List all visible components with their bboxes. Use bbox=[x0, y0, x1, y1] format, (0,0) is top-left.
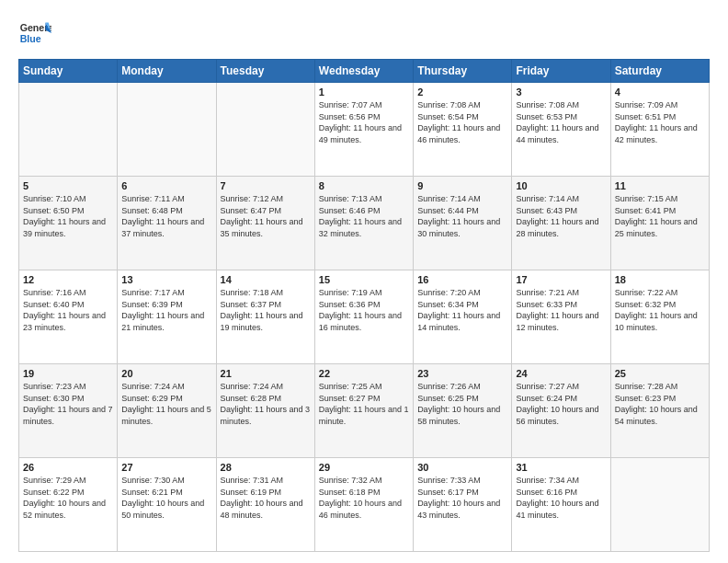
calendar-week-5: 26Sunrise: 7:29 AM Sunset: 6:22 PM Dayli… bbox=[19, 458, 710, 552]
calendar-cell: 30Sunrise: 7:33 AM Sunset: 6:17 PM Dayli… bbox=[414, 458, 512, 552]
calendar-cell bbox=[610, 458, 709, 552]
day-info: Sunrise: 7:13 AM Sunset: 6:46 PM Dayligh… bbox=[319, 193, 409, 239]
header: General Blue bbox=[18, 17, 710, 50]
logo: General Blue bbox=[18, 17, 51, 50]
day-info: Sunrise: 7:34 AM Sunset: 6:16 PM Dayligh… bbox=[516, 475, 606, 521]
calendar-cell: 15Sunrise: 7:19 AM Sunset: 6:36 PM Dayli… bbox=[314, 270, 413, 364]
calendar-cell: 9Sunrise: 7:14 AM Sunset: 6:44 PM Daylig… bbox=[414, 177, 512, 270]
day-number: 20 bbox=[121, 368, 211, 379]
day-info: Sunrise: 7:17 AM Sunset: 6:39 PM Dayligh… bbox=[121, 287, 211, 333]
weekday-header-friday: Friday bbox=[512, 60, 610, 83]
calendar-week-1: 1Sunrise: 7:07 AM Sunset: 6:56 PM Daylig… bbox=[19, 83, 710, 177]
day-number: 23 bbox=[417, 368, 507, 379]
day-number: 4 bbox=[615, 86, 705, 98]
day-info: Sunrise: 7:20 AM Sunset: 6:34 PM Dayligh… bbox=[417, 287, 507, 333]
day-number: 27 bbox=[121, 462, 211, 473]
day-number: 14 bbox=[221, 274, 311, 285]
day-number: 3 bbox=[516, 86, 606, 98]
svg-text:Blue: Blue bbox=[20, 33, 41, 44]
day-number: 18 bbox=[615, 274, 705, 285]
day-number: 5 bbox=[23, 180, 113, 191]
calendar-cell: 23Sunrise: 7:26 AM Sunset: 6:25 PM Dayli… bbox=[414, 364, 512, 458]
day-info: Sunrise: 7:08 AM Sunset: 6:54 PM Dayligh… bbox=[417, 99, 507, 145]
day-number: 24 bbox=[516, 368, 606, 379]
day-info: Sunrise: 7:10 AM Sunset: 6:50 PM Dayligh… bbox=[23, 193, 113, 239]
day-info: Sunrise: 7:25 AM Sunset: 6:27 PM Dayligh… bbox=[319, 381, 409, 427]
weekday-header-sunday: Sunday bbox=[19, 60, 118, 83]
day-number: 8 bbox=[319, 180, 409, 191]
calendar-cell: 26Sunrise: 7:29 AM Sunset: 6:22 PM Dayli… bbox=[19, 458, 118, 552]
calendar-cell: 7Sunrise: 7:12 AM Sunset: 6:47 PM Daylig… bbox=[216, 177, 314, 270]
day-info: Sunrise: 7:32 AM Sunset: 6:18 PM Dayligh… bbox=[319, 475, 409, 521]
day-info: Sunrise: 7:21 AM Sunset: 6:33 PM Dayligh… bbox=[516, 287, 606, 333]
calendar-cell: 1Sunrise: 7:07 AM Sunset: 6:56 PM Daylig… bbox=[314, 83, 413, 177]
day-info: Sunrise: 7:18 AM Sunset: 6:37 PM Dayligh… bbox=[221, 287, 311, 333]
calendar-cell: 11Sunrise: 7:15 AM Sunset: 6:41 PM Dayli… bbox=[610, 177, 709, 270]
day-info: Sunrise: 7:26 AM Sunset: 6:25 PM Dayligh… bbox=[417, 381, 507, 427]
calendar-cell: 19Sunrise: 7:23 AM Sunset: 6:30 PM Dayli… bbox=[19, 364, 118, 458]
day-info: Sunrise: 7:33 AM Sunset: 6:17 PM Dayligh… bbox=[417, 475, 507, 521]
day-info: Sunrise: 7:27 AM Sunset: 6:24 PM Dayligh… bbox=[516, 381, 606, 427]
day-number: 16 bbox=[417, 274, 507, 285]
calendar-cell: 17Sunrise: 7:21 AM Sunset: 6:33 PM Dayli… bbox=[512, 270, 610, 364]
day-number: 15 bbox=[319, 274, 409, 285]
day-number: 12 bbox=[23, 274, 113, 285]
day-number: 11 bbox=[615, 180, 705, 191]
calendar-cell: 27Sunrise: 7:30 AM Sunset: 6:21 PM Dayli… bbox=[118, 458, 216, 552]
day-number: 28 bbox=[221, 462, 311, 473]
day-info: Sunrise: 7:28 AM Sunset: 6:23 PM Dayligh… bbox=[615, 381, 705, 427]
calendar-cell: 4Sunrise: 7:09 AM Sunset: 6:51 PM Daylig… bbox=[610, 83, 709, 177]
calendar-cell: 16Sunrise: 7:20 AM Sunset: 6:34 PM Dayli… bbox=[414, 270, 512, 364]
logo-icon: General Blue bbox=[18, 17, 51, 50]
day-info: Sunrise: 7:14 AM Sunset: 6:43 PM Dayligh… bbox=[516, 193, 606, 239]
day-number: 26 bbox=[23, 462, 113, 473]
day-number: 10 bbox=[516, 180, 606, 191]
day-info: Sunrise: 7:24 AM Sunset: 6:29 PM Dayligh… bbox=[121, 381, 211, 427]
calendar-week-2: 5Sunrise: 7:10 AM Sunset: 6:50 PM Daylig… bbox=[19, 177, 710, 270]
calendar-cell: 25Sunrise: 7:28 AM Sunset: 6:23 PM Dayli… bbox=[610, 364, 709, 458]
calendar-cell: 8Sunrise: 7:13 AM Sunset: 6:46 PM Daylig… bbox=[314, 177, 413, 270]
calendar-cell: 14Sunrise: 7:18 AM Sunset: 6:37 PM Dayli… bbox=[216, 270, 314, 364]
calendar-cell: 24Sunrise: 7:27 AM Sunset: 6:24 PM Dayli… bbox=[512, 364, 610, 458]
day-info: Sunrise: 7:08 AM Sunset: 6:53 PM Dayligh… bbox=[516, 99, 606, 145]
day-number: 25 bbox=[615, 368, 705, 379]
calendar-cell: 3Sunrise: 7:08 AM Sunset: 6:53 PM Daylig… bbox=[512, 83, 610, 177]
day-number: 30 bbox=[417, 462, 507, 473]
calendar-cell: 10Sunrise: 7:14 AM Sunset: 6:43 PM Dayli… bbox=[512, 177, 610, 270]
calendar-cell: 29Sunrise: 7:32 AM Sunset: 6:18 PM Dayli… bbox=[314, 458, 413, 552]
weekday-header-wednesday: Wednesday bbox=[314, 60, 413, 83]
calendar-cell: 2Sunrise: 7:08 AM Sunset: 6:54 PM Daylig… bbox=[414, 83, 512, 177]
page: General Blue SundayMondayTuesdayWednesda… bbox=[0, 0, 728, 563]
calendar-cell: 20Sunrise: 7:24 AM Sunset: 6:29 PM Dayli… bbox=[118, 364, 216, 458]
day-number: 19 bbox=[23, 368, 113, 379]
day-info: Sunrise: 7:19 AM Sunset: 6:36 PM Dayligh… bbox=[319, 287, 409, 333]
calendar-cell bbox=[19, 83, 118, 177]
calendar-cell bbox=[216, 83, 314, 177]
day-info: Sunrise: 7:11 AM Sunset: 6:48 PM Dayligh… bbox=[121, 193, 211, 239]
day-info: Sunrise: 7:16 AM Sunset: 6:40 PM Dayligh… bbox=[23, 287, 113, 333]
day-info: Sunrise: 7:31 AM Sunset: 6:19 PM Dayligh… bbox=[221, 475, 311, 521]
day-info: Sunrise: 7:07 AM Sunset: 6:56 PM Dayligh… bbox=[319, 99, 409, 145]
day-number: 17 bbox=[516, 274, 606, 285]
calendar-cell: 18Sunrise: 7:22 AM Sunset: 6:32 PM Dayli… bbox=[610, 270, 709, 364]
weekday-header-tuesday: Tuesday bbox=[216, 60, 314, 83]
day-info: Sunrise: 7:12 AM Sunset: 6:47 PM Dayligh… bbox=[221, 193, 311, 239]
calendar-cell bbox=[118, 83, 216, 177]
calendar-cell: 13Sunrise: 7:17 AM Sunset: 6:39 PM Dayli… bbox=[118, 270, 216, 364]
calendar-week-4: 19Sunrise: 7:23 AM Sunset: 6:30 PM Dayli… bbox=[19, 364, 710, 458]
calendar-table: SundayMondayTuesdayWednesdayThursdayFrid… bbox=[18, 59, 710, 552]
weekday-header-thursday: Thursday bbox=[414, 60, 512, 83]
weekday-header-monday: Monday bbox=[118, 60, 216, 83]
day-number: 6 bbox=[121, 180, 211, 191]
day-info: Sunrise: 7:22 AM Sunset: 6:32 PM Dayligh… bbox=[615, 287, 705, 333]
day-number: 29 bbox=[319, 462, 409, 473]
calendar-cell: 5Sunrise: 7:10 AM Sunset: 6:50 PM Daylig… bbox=[19, 177, 118, 270]
day-number: 22 bbox=[319, 368, 409, 379]
day-info: Sunrise: 7:23 AM Sunset: 6:30 PM Dayligh… bbox=[23, 381, 113, 427]
calendar-cell: 6Sunrise: 7:11 AM Sunset: 6:48 PM Daylig… bbox=[118, 177, 216, 270]
calendar-cell: 12Sunrise: 7:16 AM Sunset: 6:40 PM Dayli… bbox=[19, 270, 118, 364]
day-number: 21 bbox=[221, 368, 311, 379]
day-number: 31 bbox=[516, 462, 606, 473]
day-info: Sunrise: 7:09 AM Sunset: 6:51 PM Dayligh… bbox=[615, 99, 705, 145]
day-info: Sunrise: 7:24 AM Sunset: 6:28 PM Dayligh… bbox=[221, 381, 311, 427]
